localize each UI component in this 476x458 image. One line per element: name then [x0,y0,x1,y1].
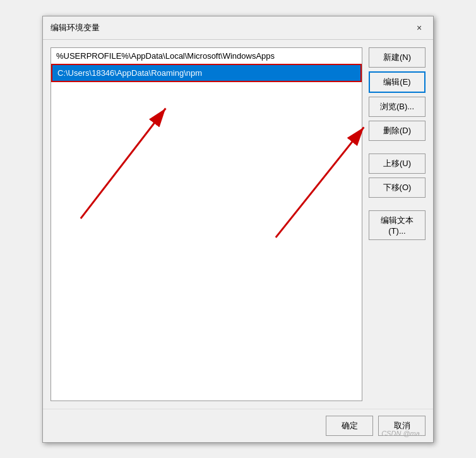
ok-button[interactable]: 确定 [326,416,373,436]
list-item[interactable]: %USERPROFILE%\AppData\Local\Microsoft\Wi… [51,48,362,64]
edit-button[interactable]: 编辑(E) [369,71,425,93]
dialog-container: 编辑环境变量 × %USERPROFILE%\AppData\Local\Mic… [0,0,476,458]
title-bar: 编辑环境变量 × [43,16,433,40]
dialog-body: %USERPROFILE%\AppData\Local\Microsoft\Wi… [43,40,433,409]
dialog-footer: 确定 取消 [43,409,433,442]
move-up-button[interactable]: 上移(U) [369,154,425,174]
list-item[interactable]: C:\Users\18346\AppData\Roaming\npm [51,64,362,82]
spacer [369,145,425,150]
browse-button[interactable]: 浏览(B)... [369,97,425,117]
dialog-title: 编辑环境变量 [51,22,100,33]
delete-button[interactable]: 删除(D) [369,121,425,141]
buttons-panel: 新建(N) 编辑(E) 浏览(B)... 删除(D) 上移(U) 下移(O) 编… [369,47,425,401]
spacer2 [369,202,425,207]
dialog: 编辑环境变量 × %USERPROFILE%\AppData\Local\Mic… [42,16,434,443]
watermark: CSDN @ma... [381,430,425,437]
close-button[interactable]: × [413,21,425,34]
new-button[interactable]: 新建(N) [369,47,425,68]
edit-text-button[interactable]: 编辑文本(T)... [369,210,425,240]
env-list-panel[interactable]: %USERPROFILE%\AppData\Local\Microsoft\Wi… [51,47,362,401]
move-down-button[interactable]: 下移(O) [369,178,425,198]
